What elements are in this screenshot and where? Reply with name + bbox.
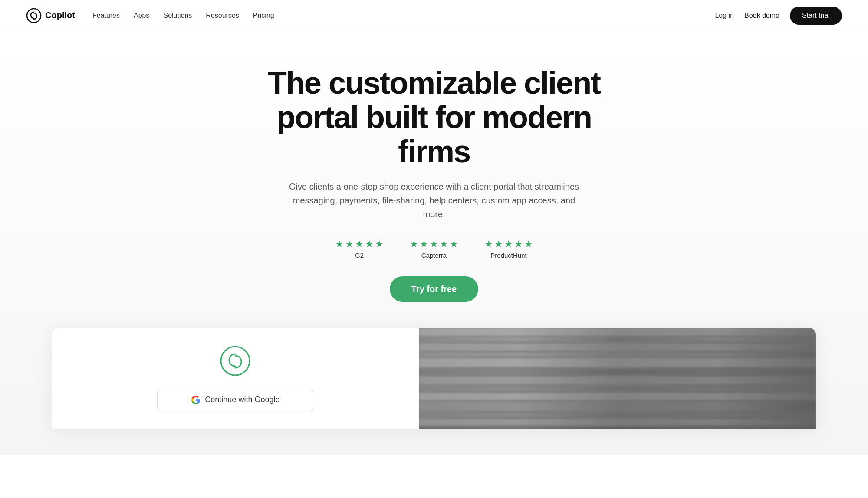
book-demo-button[interactable]: Book demo [744, 12, 779, 20]
star-2: ★ [494, 239, 503, 250]
continue-with-google-button[interactable]: Continue with Google [157, 389, 313, 411]
logo-text: Copilot [45, 10, 75, 20]
rating-g2: ★ ★ ★ ★ ★ G2 [335, 239, 384, 259]
svg-point-1 [221, 347, 250, 375]
star-4: ★ [365, 239, 374, 250]
try-for-free-button[interactable]: Try for free [390, 276, 478, 302]
g2-label: G2 [355, 252, 364, 259]
metallic-background [419, 328, 816, 429]
star-1: ★ [484, 239, 493, 250]
copilot-logo-icon [26, 8, 42, 23]
nav-link-solutions[interactable]: Solutions [163, 12, 192, 20]
star-5: ★ [375, 239, 384, 250]
nav-link-apps[interactable]: Apps [134, 12, 149, 20]
hero-subtitle: Give clients a one-stop shop experience … [282, 180, 586, 221]
star-5: ★ [450, 239, 458, 250]
producthunt-label: ProductHunt [490, 252, 526, 259]
preview-copilot-icon [220, 345, 251, 377]
star-3: ★ [504, 239, 513, 250]
star-2: ★ [345, 239, 354, 250]
nav-links: Features Apps Solutions Resources Pricin… [92, 12, 274, 20]
google-icon [191, 395, 201, 405]
preview-login-panel: Continue with Google [52, 328, 419, 429]
star-3: ★ [355, 239, 364, 250]
star-4: ★ [440, 239, 448, 250]
continue-google-label: Continue with Google [205, 395, 279, 404]
hero-title: The customizable client portal built for… [239, 66, 629, 169]
g2-stars: ★ ★ ★ ★ ★ [335, 239, 384, 250]
star-4: ★ [514, 239, 523, 250]
start-trial-button[interactable]: Start trial [790, 7, 842, 25]
ratings-section: ★ ★ ★ ★ ★ G2 ★ ★ ★ ★ ★ Capterra ★ ★ ★ [17, 239, 851, 259]
navbar-right: Log in Book demo Start trial [715, 7, 842, 25]
producthunt-stars: ★ ★ ★ ★ ★ [484, 239, 533, 250]
hero-section: The customizable client portal built for… [0, 31, 868, 455]
navbar: Copilot Features Apps Solutions Resource… [0, 0, 868, 31]
rating-capterra: ★ ★ ★ ★ ★ Capterra [410, 239, 458, 259]
nav-link-features[interactable]: Features [92, 12, 120, 20]
navbar-left: Copilot Features Apps Solutions Resource… [26, 8, 274, 23]
nav-link-pricing[interactable]: Pricing [253, 12, 274, 20]
capterra-stars: ★ ★ ★ ★ ★ [410, 239, 458, 250]
star-5: ★ [524, 239, 533, 250]
svg-point-0 [27, 9, 41, 23]
preview-image-panel [419, 328, 816, 429]
login-button[interactable]: Log in [715, 12, 734, 20]
star-2: ★ [420, 239, 428, 250]
nav-link-resources[interactable]: Resources [206, 12, 239, 20]
star-1: ★ [335, 239, 344, 250]
star-1: ★ [410, 239, 418, 250]
star-3: ★ [430, 239, 438, 250]
capterra-label: Capterra [421, 252, 447, 259]
rating-producthunt: ★ ★ ★ ★ ★ ProductHunt [484, 239, 533, 259]
preview-section: Continue with Google [52, 328, 816, 429]
logo[interactable]: Copilot [26, 8, 75, 23]
